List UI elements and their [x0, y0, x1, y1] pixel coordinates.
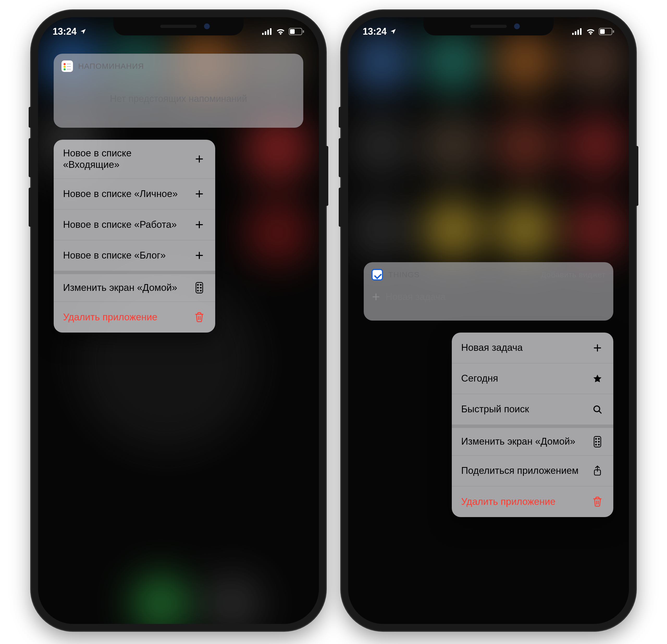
- svg-rect-14: [572, 33, 574, 35]
- plus-icon: [193, 189, 206, 198]
- status-time: 13:24: [363, 26, 387, 37]
- svg-rect-0: [262, 33, 264, 35]
- things-app-icon: [372, 269, 383, 280]
- svg-rect-20: [613, 30, 614, 33]
- svg-rect-6: [303, 30, 304, 33]
- svg-rect-1: [265, 31, 266, 35]
- widget-new-task-row[interactable]: Новая задача: [364, 284, 613, 321]
- star-icon: [591, 374, 604, 384]
- menu-item-edit-home[interactable]: Изменить экран «Домой»: [54, 271, 215, 302]
- svg-point-11: [200, 287, 201, 288]
- haptic-touch-overlay: НАПОМИНАНИЯ Нет предстоящих напоминаний …: [38, 17, 319, 624]
- widget-empty-text: Нет предстоящих напоминаний: [54, 75, 303, 128]
- trash-icon: [193, 312, 206, 323]
- menu-item-new-task[interactable]: Новая задача: [452, 333, 613, 363]
- menu-item-delete-app[interactable]: Удалить приложение: [54, 302, 215, 333]
- widget-new-task-label: Новая задача: [386, 291, 445, 302]
- screen-left: 13:24 НАПОМИНАНИЯ Нет предстоящих напоми…: [38, 17, 319, 624]
- plus-icon: [193, 220, 206, 229]
- svg-point-13: [200, 290, 201, 291]
- menu-item-edit-home[interactable]: Изменить экран «Домой»: [452, 425, 613, 455]
- svg-point-27: [596, 444, 597, 445]
- menu-item-label: Новое в списке «Блог»: [63, 250, 193, 261]
- share-icon: [591, 465, 604, 477]
- phone-right: 13:24 THINGS Добавить виджет: [341, 11, 636, 631]
- menu-item-label: Новое в списке «Работа»: [63, 219, 193, 230]
- svg-point-24: [599, 438, 600, 439]
- svg-rect-5: [290, 29, 295, 34]
- svg-point-9: [200, 284, 201, 285]
- wifi-icon: [586, 28, 596, 35]
- menu-item-today[interactable]: Сегодня: [452, 363, 613, 394]
- things-widget[interactable]: THINGS Добавить виджет Новая задача: [364, 262, 613, 321]
- location-icon: [80, 28, 86, 35]
- svg-point-8: [197, 284, 198, 285]
- apps-grid-icon: [591, 436, 604, 448]
- svg-rect-19: [600, 29, 605, 34]
- menu-item-new-inbox[interactable]: Новое в списке «Входящие»: [54, 140, 215, 179]
- widget-app-name: THINGS: [388, 270, 420, 279]
- menu-item-label: Новая задача: [461, 342, 591, 353]
- search-icon: [591, 404, 604, 414]
- svg-rect-22: [594, 436, 601, 447]
- status-time: 13:24: [53, 26, 77, 37]
- plus-icon: [372, 292, 380, 301]
- svg-point-28: [599, 444, 600, 445]
- svg-rect-3: [270, 28, 272, 35]
- trash-icon: [591, 496, 604, 507]
- menu-item-new-blog[interactable]: Новое в списке «Блог»: [54, 240, 215, 271]
- haptic-touch-overlay: THINGS Добавить виджет Новая задача Нова…: [348, 17, 629, 624]
- notch: [113, 17, 244, 35]
- menu-item-new-personal[interactable]: Новое в списке «Личное»: [54, 179, 215, 210]
- svg-rect-7: [196, 283, 203, 293]
- battery-icon: [599, 28, 614, 35]
- widget-header: НАПОМИНАНИЯ: [54, 54, 303, 75]
- cellular-icon: [262, 28, 273, 35]
- context-menu-reminders: Новое в списке «Входящие» Новое в списке…: [54, 140, 215, 333]
- phone-left: 13:24 НАПОМИНАНИЯ Нет предстоящих напоми…: [31, 11, 326, 631]
- menu-item-label: Новое в списке «Личное»: [63, 188, 193, 200]
- menu-item-label: Удалить приложение: [63, 311, 193, 323]
- menu-item-label: Сегодня: [461, 373, 591, 384]
- battery-icon: [289, 28, 304, 35]
- menu-item-label: Изменить экран «Домой»: [461, 436, 591, 447]
- widget-header: THINGS Добавить виджет: [364, 262, 613, 284]
- menu-item-share-app[interactable]: Поделиться приложением: [452, 455, 613, 486]
- plus-icon: [193, 251, 206, 260]
- svg-rect-2: [267, 30, 269, 35]
- menu-item-label: Изменить экран «Домой»: [63, 282, 193, 293]
- plus-icon: [193, 154, 206, 164]
- context-menu-things: Новая задача Сегодня Быстрый поиск: [452, 333, 613, 517]
- menu-item-label: Поделиться приложением: [461, 465, 591, 477]
- svg-rect-15: [575, 31, 576, 35]
- svg-rect-17: [580, 28, 582, 35]
- plus-icon: [591, 343, 604, 353]
- menu-item-new-work[interactable]: Новое в списке «Работа»: [54, 210, 215, 240]
- wifi-icon: [276, 28, 286, 35]
- menu-item-label: Быстрый поиск: [461, 403, 591, 415]
- screen-right: 13:24 THINGS Добавить виджет: [348, 17, 629, 624]
- svg-point-25: [596, 441, 597, 442]
- reminders-widget[interactable]: НАПОМИНАНИЯ Нет предстоящих напоминаний: [54, 54, 303, 128]
- svg-point-10: [197, 287, 198, 288]
- menu-item-label: Новое в списке «Входящие»: [63, 147, 193, 171]
- svg-point-23: [596, 438, 597, 439]
- reminders-app-icon: [62, 61, 73, 72]
- svg-point-26: [599, 441, 600, 442]
- svg-rect-16: [577, 30, 579, 35]
- widget-app-name: НАПОМИНАНИЯ: [78, 62, 144, 70]
- cellular-icon: [572, 28, 583, 35]
- menu-item-delete-app[interactable]: Удалить приложение: [452, 486, 613, 517]
- apps-grid-icon: [193, 282, 206, 293]
- menu-item-label: Удалить приложение: [461, 496, 591, 508]
- add-widget-button[interactable]: Добавить виджет: [541, 270, 605, 279]
- notch: [423, 17, 554, 35]
- svg-point-12: [197, 290, 198, 291]
- location-icon: [390, 28, 396, 35]
- menu-item-quick-search[interactable]: Быстрый поиск: [452, 394, 613, 425]
